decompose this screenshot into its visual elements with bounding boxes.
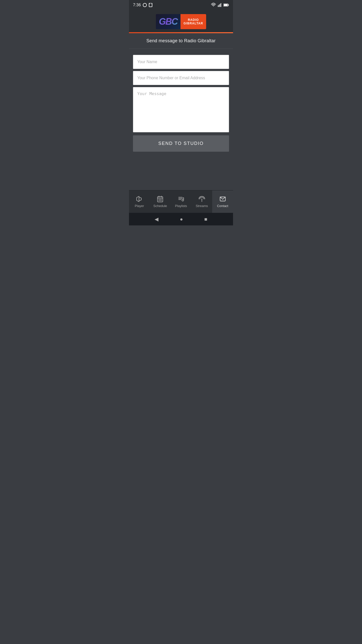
system-nav: ◀ ● ■ — [129, 213, 233, 225]
logo-radio-section: RADIO GIBRALTAR — [180, 14, 206, 29]
svg-rect-7 — [224, 4, 228, 6]
streams-icon — [198, 195, 205, 203]
playlists-icon — [177, 195, 185, 203]
status-bar: 7:36 — [129, 0, 233, 10]
player-icon — [136, 195, 143, 203]
form-container: SEND TO STUDIO — [129, 49, 233, 174]
status-left: 7:36 — [133, 3, 152, 7]
status-right — [211, 3, 229, 8]
contact-icon — [219, 195, 226, 203]
name-input[interactable] — [133, 55, 229, 69]
svg-point-29 — [201, 198, 202, 199]
bottom-nav: Player Schedule Playlists — [129, 190, 233, 213]
svg-line-9 — [139, 197, 141, 198]
back-button[interactable]: ◀ — [155, 216, 158, 222]
recent-button[interactable]: ■ — [204, 216, 207, 222]
wifi-icon — [211, 3, 216, 8]
page-header: Send message to Radio Gibraltar — [129, 33, 233, 49]
contact-input[interactable] — [133, 71, 229, 85]
nav-label-contact: Contact — [217, 204, 228, 208]
svg-rect-3 — [220, 4, 220, 7]
nav-label-schedule: Schedule — [153, 204, 167, 208]
svg-rect-2 — [219, 5, 219, 7]
nav-label-playlists: Playlists — [175, 204, 187, 208]
nav-item-playlists[interactable]: Playlists — [171, 190, 192, 213]
logo-container: GBC RADIO GIBRALTAR — [129, 10, 233, 32]
nav-item-contact[interactable]: Contact — [212, 190, 233, 213]
logo-gbc: GBC — [156, 14, 180, 29]
signal-icon — [217, 3, 222, 7]
status-time: 7:36 — [133, 3, 141, 7]
nav-label-player: Player — [135, 204, 144, 208]
svg-point-25 — [182, 199, 184, 201]
nav-label-streams: Streams — [196, 204, 208, 208]
svg-point-0 — [213, 6, 214, 7]
svg-rect-1 — [218, 6, 218, 7]
svg-rect-6 — [228, 4, 229, 6]
svg-rect-4 — [221, 3, 221, 7]
send-to-studio-button[interactable]: SEND TO STUDIO — [133, 135, 229, 152]
home-button[interactable]: ● — [180, 216, 183, 222]
pocket-icon — [143, 3, 147, 7]
sim-icon — [149, 3, 152, 7]
schedule-icon — [157, 195, 164, 203]
svg-marker-8 — [137, 196, 139, 202]
battery-icon — [223, 3, 229, 7]
logo-radio-text: RADIO — [188, 18, 199, 22]
svg-line-10 — [139, 200, 141, 201]
nav-item-streams[interactable]: Streams — [191, 190, 212, 213]
page-header-title: Send message to Radio Gibraltar — [146, 38, 215, 43]
nav-item-schedule[interactable]: Schedule — [150, 190, 171, 213]
content-spacer — [129, 174, 233, 190]
logo-box: GBC RADIO GIBRALTAR — [156, 14, 206, 29]
message-input[interactable] — [133, 87, 229, 132]
logo-gibraltar-text: GIBRALTAR — [184, 22, 203, 25]
nav-item-player[interactable]: Player — [129, 190, 150, 213]
